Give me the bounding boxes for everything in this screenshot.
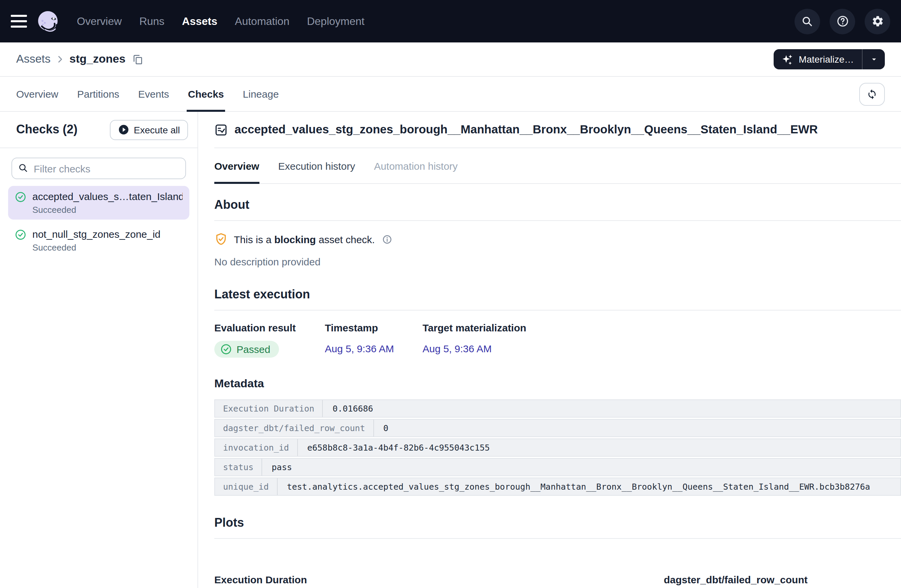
latest-execution-heading: Latest execution xyxy=(214,288,901,311)
metadata-key: dagster_dbt/failed_row_count xyxy=(215,420,374,436)
checks-sidebar-header: Checks (2) Execute all xyxy=(0,112,198,148)
about-heading: About xyxy=(214,198,901,221)
nav-actions xyxy=(795,8,890,34)
materialize-dropdown-button[interactable] xyxy=(862,49,885,69)
tab-partitions[interactable]: Partitions xyxy=(77,77,119,111)
filter-checks-input[interactable] xyxy=(11,158,186,179)
latest-execution-grid: Evaluation result Passed Timestamp Aug 5… xyxy=(214,322,901,358)
check-item-status: Succeeded xyxy=(32,205,182,215)
target-materialization-link[interactable]: Aug 5, 9:36 AM xyxy=(422,341,526,354)
search-button[interactable] xyxy=(795,8,820,34)
menu-icon[interactable] xyxy=(11,15,27,28)
description-placeholder: No description provided xyxy=(214,256,901,268)
check-list-item-accepted-values[interactable]: accepted_values_s…taten_Island__EWR Succ… xyxy=(8,186,189,219)
metadata-key: Execution Duration xyxy=(215,400,323,417)
blocking-note: This is a blocking asset check. xyxy=(214,232,901,246)
metadata-key: status xyxy=(215,459,262,476)
help-icon xyxy=(836,15,849,28)
dagster-app: Overview Runs Assets Automation Deployme… xyxy=(0,0,901,588)
evaluation-result-column: Evaluation result Passed xyxy=(214,322,325,358)
tab-overview[interactable]: Overview xyxy=(16,77,58,111)
check-item-name: accepted_values_s…taten_Island__EWR xyxy=(32,191,182,202)
nav-runs[interactable]: Runs xyxy=(139,15,164,27)
filter-checks-field xyxy=(11,158,186,179)
table-row: invocation_id e658b8c8-3a1a-4b4f-82b6-4c… xyxy=(214,439,901,457)
table-row: unique_id test.analytics.accepted_values… xyxy=(214,478,901,496)
primary-nav: Overview Runs Assets Automation Deployme… xyxy=(77,15,365,27)
settings-button[interactable] xyxy=(865,8,890,34)
nav-overview[interactable]: Overview xyxy=(77,15,122,27)
checks-count-heading: Checks (2) xyxy=(16,123,78,137)
check-detail-tabs: Overview Execution history Automation hi… xyxy=(214,148,901,184)
check-item-text: not_null_stg_zones_zone_id Succeeded xyxy=(32,228,161,253)
asset-tabs: Overview Partitions Events Checks Lineag… xyxy=(0,77,901,112)
metadata-value: test.analytics.accepted_values_stg_zones… xyxy=(277,478,879,495)
passed-badge: Passed xyxy=(214,341,279,358)
check-item-name: not_null_stg_zones_zone_id xyxy=(32,228,161,240)
play-circle-icon xyxy=(118,124,129,135)
timestamp-column: Timestamp Aug 5, 9:36 AM xyxy=(325,322,422,358)
checks-list: accepted_values_s…taten_Island__EWR Succ… xyxy=(0,148,198,257)
nav-deployment[interactable]: Deployment xyxy=(307,15,365,27)
check-name-heading: accepted_values_stg_zones_borough__Manha… xyxy=(234,123,818,137)
check-circle-icon xyxy=(220,344,232,355)
chart-title: dagster_dbt/failed_row_count xyxy=(664,574,901,585)
plots-heading: Plots xyxy=(214,516,901,539)
refresh-button[interactable] xyxy=(859,82,885,106)
metadata-value: pass xyxy=(262,459,301,476)
target-materialization-column: Target materialization Aug 5, 9:36 AM xyxy=(422,322,526,358)
tab-events[interactable]: Events xyxy=(138,77,169,111)
table-row: dagster_dbt/failed_row_count 0 xyxy=(214,419,901,437)
breadcrumb: Assets stg_zones Materialize… xyxy=(0,42,901,77)
content: Checks (2) Execute all xyxy=(0,112,901,588)
table-row: Execution Duration 0.016686 xyxy=(214,400,901,418)
materialize-label: Materialize… xyxy=(799,54,854,65)
checklist-icon xyxy=(214,123,228,136)
nav-automation[interactable]: Automation xyxy=(235,15,290,27)
chevron-right-icon xyxy=(55,54,65,64)
nav-assets[interactable]: Assets xyxy=(182,15,217,27)
copy-icon[interactable] xyxy=(131,53,144,66)
target-materialization-header: Target materialization xyxy=(422,322,526,333)
gear-icon xyxy=(871,15,884,28)
execute-all-button[interactable]: Execute all xyxy=(109,120,188,140)
info-icon[interactable] xyxy=(382,234,392,244)
check-success-icon xyxy=(15,229,26,253)
check-success-icon xyxy=(15,191,26,215)
metadata-table: Execution Duration 0.016686 dagster_dbt/… xyxy=(214,400,901,496)
help-button[interactable] xyxy=(829,8,855,34)
refresh-icon xyxy=(867,89,878,100)
check-item-status: Succeeded xyxy=(32,243,161,253)
dagster-logo[interactable] xyxy=(35,8,61,34)
tab-lineage[interactable]: Lineage xyxy=(243,77,279,111)
tab-execution-history[interactable]: Execution history xyxy=(278,148,355,183)
octopus-logo-icon xyxy=(35,8,61,34)
materialize-button[interactable]: Materialize… xyxy=(774,49,862,69)
page-title: stg_zones xyxy=(69,53,125,66)
plots-row: Execution Duration 0.0174 dagster_dbt/fa… xyxy=(214,574,901,588)
metadata-key: invocation_id xyxy=(215,439,298,456)
evaluation-result-header: Evaluation result xyxy=(214,322,325,333)
metadata-value: e658b8c8-3a1a-4b4f-82b6-4c955043c155 xyxy=(298,439,499,456)
top-nav: Overview Runs Assets Automation Deployme… xyxy=(0,0,901,42)
metadata-value: 0.016686 xyxy=(323,400,382,417)
search-icon xyxy=(18,163,28,173)
execute-all-label: Execute all xyxy=(134,124,180,135)
tab-check-overview[interactable]: Overview xyxy=(214,148,259,183)
metadata-key: unique_id xyxy=(215,478,277,495)
check-list-item-not-null[interactable]: not_null_stg_zones_zone_id Succeeded xyxy=(8,224,189,257)
check-title-row: accepted_values_stg_zones_borough__Manha… xyxy=(214,112,901,148)
tab-checks[interactable]: Checks xyxy=(188,77,224,111)
failed-row-count-chart: dagster_dbt/failed_row_count 1.0 0.6 xyxy=(664,574,901,588)
timestamp-link[interactable]: Aug 5, 9:36 AM xyxy=(325,341,422,354)
shield-check-icon xyxy=(214,232,228,246)
metadata-value: 0 xyxy=(374,420,398,436)
checks-sidebar: Checks (2) Execute all xyxy=(0,112,198,588)
timestamp-header: Timestamp xyxy=(325,322,422,333)
check-item-text: accepted_values_s…taten_Island__EWR Succ… xyxy=(32,191,182,215)
tab-automation-history: Automation history xyxy=(374,148,458,183)
breadcrumb-assets-link[interactable]: Assets xyxy=(16,53,51,66)
blocking-text: This is a blocking asset check. xyxy=(234,233,375,245)
search-icon xyxy=(801,15,814,27)
metadata-heading: Metadata xyxy=(214,377,901,390)
